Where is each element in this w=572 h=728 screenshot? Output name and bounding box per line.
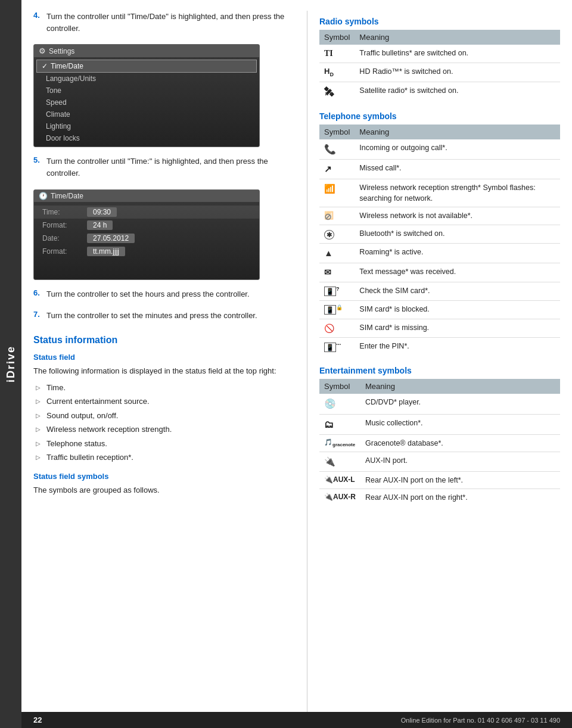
ent-meaning-gracenote: Gracenote® database*. <box>360 434 560 452</box>
bullet-telephone: Telephone status. <box>33 437 295 451</box>
radio-meaning-satellite: Satellite radio* is switched on. <box>355 82 560 102</box>
tel-meaning-checksim: Check the SIM card*. <box>355 282 560 300</box>
entertainment-section-title: Entertainment symbols <box>319 366 560 375</box>
status-bullets: Time. Current entertainment source. Soun… <box>33 381 295 465</box>
step-6: 6. Turn the controller to set the hours … <box>33 288 295 304</box>
tel-symbol-pin: 📱··· <box>319 338 355 357</box>
tel-symbol-call: 📞 <box>319 139 355 160</box>
tel-row-roaming: ▲ Roaming* is active. <box>319 244 560 263</box>
settings-icon: ⚙ <box>39 46 46 55</box>
tel-row-missed: ↗ Missed call*. <box>319 160 560 179</box>
ent-row-gracenote: 🎵gracenote Gracenote® database*. <box>319 434 560 452</box>
tel-symbol-nosignal: 📶 ⊘ <box>319 207 355 225</box>
tel-symbol-sms: ✉ <box>319 263 355 282</box>
tel-symbol-roaming: ▲ <box>319 244 355 263</box>
settings-item-language: Language/Units <box>34 73 259 85</box>
radio-meaning-hd: HD Radio™* is switched on. <box>355 63 560 82</box>
status-section-heading: Status information <box>33 335 295 346</box>
timedate-row-date: Date: 27.05.2012 <box>34 232 259 245</box>
tel-meaning-call: Incoming or outgoing call*. <box>355 139 560 160</box>
footer-page: 22 <box>33 715 42 724</box>
ent-row-cddvd: 💿 CD/DVD* player. <box>319 394 560 414</box>
tel-meaning-sms: Text message* was received. <box>355 263 560 282</box>
step-5: 5. Turn the controller until "Time:" is … <box>33 155 295 183</box>
step-4-text: Turn the controller until "Time/Date" is… <box>46 11 295 35</box>
entertainment-table-header-row: Symbol Meaning <box>319 379 560 394</box>
step-5-text: Turn the controller until "Time:" is hig… <box>46 155 295 179</box>
tel-meaning-missingsim: SIM card* is missing. <box>355 319 560 337</box>
step-4-num: 4. <box>33 11 44 38</box>
status-field-heading: Status field <box>33 353 295 362</box>
format1-label: Format: <box>42 221 87 229</box>
step-7-num: 7. <box>33 310 44 325</box>
timedate-row-time: Time: 09:30 <box>34 206 259 219</box>
tel-meaning-pin: Enter the PIN*. <box>355 338 560 357</box>
radio-row-ti: TI Traffic bulletins* are switched on. <box>319 45 560 63</box>
settings-screen: ⚙ Settings Time/Date Language/Units Tone… <box>33 44 260 147</box>
footer: 22 Online Edition for Part no. 01 40 2 6… <box>21 712 572 728</box>
settings-screen-title: Settings <box>49 47 74 55</box>
ent-symbol-auxr: 🔌AUX-R <box>319 489 360 506</box>
step-6-num: 6. <box>33 288 44 304</box>
bullet-entertainment: Current entertainment source. <box>33 394 295 409</box>
ent-symbol-music: 🗂 <box>319 414 360 434</box>
bullet-sound: Sound output, on/off. <box>33 409 295 423</box>
settings-item-timedate: Time/Date <box>36 60 257 73</box>
ent-meaning-aux: AUX-IN port. <box>360 452 560 471</box>
telephone-th-symbol: Symbol <box>319 125 355 139</box>
timedate-screen-title: Time/Date <box>51 192 83 200</box>
format2-value: tt.mm.jjjj <box>87 247 125 256</box>
radio-symbol-hd: HD <box>319 63 355 82</box>
step-4: 4. Turn the controller until "Time/Date"… <box>33 11 295 38</box>
bullet-time: Time. <box>33 381 295 395</box>
timedate-title-bar: 🕐 Time/Date <box>34 190 259 202</box>
timedate-rows: Time: 09:30 Format: 24 h Date: 27.05.201… <box>34 202 259 262</box>
timedate-screen: 🕐 Time/Date Time: 09:30 Format: 24 h <box>33 189 260 280</box>
tel-meaning-nosignal: Wireless network is not available*. <box>355 207 560 225</box>
tel-row-signal: 📶 Wireless network reception strength* S… <box>319 179 560 207</box>
bullet-traffic: Traffic bulletin reception*. <box>33 450 295 465</box>
tel-row-pin: 📱··· Enter the PIN*. <box>319 338 560 357</box>
settings-item-speed: Speed <box>34 97 259 108</box>
ent-row-aux: 🔌 AUX-IN port. <box>319 452 560 471</box>
tel-row-sms: ✉ Text message* was received. <box>319 263 560 282</box>
settings-item-doorlocks: Door locks <box>34 132 259 144</box>
settings-item-tone: Tone <box>34 85 259 97</box>
tel-meaning-signal: Wireless network reception strength* Sym… <box>355 179 560 207</box>
ent-symbol-auxl: 🔌AUX-L <box>319 471 360 489</box>
ent-symbol-aux: 🔌 <box>319 452 360 471</box>
timedate-row-format2: Format: tt.mm.jjjj <box>34 245 259 258</box>
telephone-table: Symbol Meaning 📞 Incoming or outgoing ca… <box>319 125 560 356</box>
tel-symbol-missingsim: 🚫 <box>319 319 355 337</box>
ent-meaning-music: Music collection*. <box>360 414 560 434</box>
status-field-symbols-heading: Status field symbols <box>33 472 295 481</box>
ent-symbol-cddvd: 💿 <box>319 394 360 414</box>
format2-label: Format: <box>42 247 87 256</box>
tel-row-missingsim: 🚫 SIM card* is missing. <box>319 319 560 337</box>
step-6-text: Turn the controller to set the hours and… <box>46 288 250 300</box>
step-7-text: Turn the controller to set the minutes a… <box>46 310 257 322</box>
telephone-table-header-row: Symbol Meaning <box>319 125 560 139</box>
tel-symbol-blockedsim: 📱🔒 <box>319 300 355 319</box>
tel-row-checksim: 📱? Check the SIM card*. <box>319 282 560 300</box>
date-value: 27.05.2012 <box>87 234 135 243</box>
tel-symbol-checksim: 📱? <box>319 282 355 300</box>
time-value: 09:30 <box>87 207 117 217</box>
telephone-th-meaning: Meaning <box>355 125 560 139</box>
tel-row-bluetooth: ✱ Bluetooth* is switched on. <box>319 225 560 244</box>
bullet-wireless: Wireless network reception strength. <box>33 422 295 437</box>
step-7: 7. Turn the controller to set the minute… <box>33 310 295 325</box>
sidebar: iDrive <box>0 0 21 728</box>
sidebar-label: iDrive <box>5 346 17 382</box>
ent-symbol-gracenote: 🎵gracenote <box>319 434 360 452</box>
tel-symbol-bluetooth: ✱ <box>319 225 355 244</box>
radio-row-hd: HD HD Radio™* is switched on. <box>319 63 560 82</box>
radio-symbol-ti: TI <box>319 45 355 63</box>
footer-text: Online Edition for Part no. 01 40 2 606 … <box>401 717 560 724</box>
time-label: Time: <box>42 208 87 216</box>
tel-symbol-signal: 📶 <box>319 179 355 207</box>
ent-row-auxr: 🔌AUX-R Rear AUX-IN port on the right*. <box>319 489 560 506</box>
radio-row-satellite: 🛰 Satellite radio* is switched on. <box>319 82 560 102</box>
settings-item-lighting: Lighting <box>34 120 259 132</box>
ent-meaning-cddvd: CD/DVD* player. <box>360 394 560 414</box>
